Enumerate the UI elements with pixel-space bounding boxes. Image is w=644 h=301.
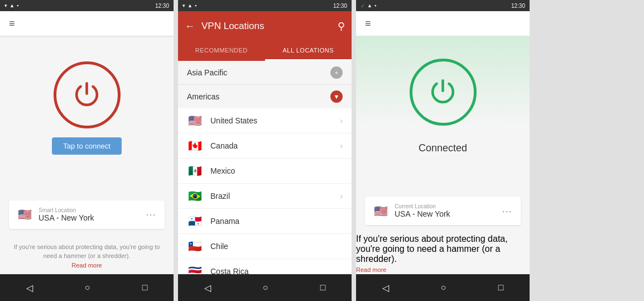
flag-canada: 🇨🇦 <box>187 139 203 152</box>
back-nav-icon-3[interactable]: ◁ <box>382 283 389 293</box>
battery-icon-2: ▪ <box>195 3 196 8</box>
tab-all-locations[interactable]: ALL LOCATIONS <box>265 41 352 61</box>
more-options-icon-1[interactable]: ⋯ <box>146 208 156 221</box>
footer-text-3: If you're serious about protecting data,… <box>356 234 530 274</box>
status-bar-right-2: 12:30 <box>333 3 347 9</box>
locations-list: Asia Pacific + Americas ▼ 🇺🇸 United Stat… <box>178 61 352 274</box>
nav-bar-2: ◁ ○ □ <box>178 274 352 301</box>
status-bar-right-3: 12:30 <box>511 3 525 9</box>
country-row-canada[interactable]: 🇨🇦 Canada › <box>178 133 352 159</box>
status-bar-left-1: ▾ ▲ ▪ <box>4 3 18 8</box>
home-nav-icon-3[interactable]: ○ <box>441 283 446 293</box>
panel-locations: ▾ ▲ ▪ 12:30 ← VPN Locations ⚲ RECOMMENDE… <box>178 0 352 301</box>
signal-icon-3: ▲ <box>367 3 372 8</box>
tabs-bar: RECOMMENDED ALL LOCATIONS <box>178 41 352 61</box>
region-asia-pacific[interactable]: Asia Pacific + <box>178 61 352 84</box>
flag-mexico: 🇲🇽 <box>187 164 203 178</box>
wifi-icon-2: ▲ <box>188 3 193 8</box>
flag-brazil: 🇧🇷 <box>187 189 203 203</box>
shield-icon-3: ✓ <box>361 3 365 9</box>
region-americas[interactable]: Americas ▼ <box>178 85 352 108</box>
location-value-1: USA - New York <box>39 213 146 222</box>
footer-text-1: If you're serious about protecting data,… <box>0 238 174 275</box>
country-name-costa-rica: Costa Rica <box>210 267 343 274</box>
status-time-3: 12:30 <box>511 3 525 9</box>
country-row-costa-rica[interactable]: 🇨🇷 Costa Rica <box>178 259 352 274</box>
country-row-chile[interactable]: 🇨🇱 Chile <box>178 234 352 259</box>
country-row-panama[interactable]: 🇵🇦 Panama <box>178 209 352 234</box>
back-nav-icon-2[interactable]: ◁ <box>204 283 211 293</box>
flag-chile: 🇨🇱 <box>187 240 203 253</box>
footer-body-1: If you're serious about protecting data,… <box>14 243 160 260</box>
menu-icon-1[interactable]: ≡ <box>9 18 15 30</box>
battery-icon-1: ▪ <box>17 3 18 8</box>
nav-bar-3: ◁ ○ □ <box>356 274 530 301</box>
top-bar-3: ≡ <box>356 11 530 36</box>
power-icon-connected <box>427 77 458 107</box>
status-bar-3: ✓ ▲ ▪ 12:30 <box>356 0 530 11</box>
read-more-link-3[interactable]: Read more <box>356 266 386 273</box>
connected-text: Connected <box>419 142 467 154</box>
status-bar-1: ▾ ▲ ▪ 12:30 <box>0 0 174 11</box>
status-bar-2: ▾ ▲ ▪ 12:30 <box>178 0 352 11</box>
vpn-locations-title: VPN Locations <box>201 21 338 32</box>
location-label-1: Smart Location <box>39 207 146 213</box>
more-options-icon-3[interactable]: ⋯ <box>502 205 512 217</box>
status-time-1: 12:30 <box>155 3 169 9</box>
read-more-link-1[interactable]: Read more <box>71 262 102 269</box>
back-nav-icon-1[interactable]: ◁ <box>26 283 33 293</box>
arrow-us: › <box>340 116 343 125</box>
menu-icon-3[interactable]: ≡ <box>365 18 371 30</box>
battery-icon-3: ▪ <box>374 3 376 8</box>
signal-icon-2: ▾ <box>182 3 185 8</box>
country-name-chile: Chile <box>210 242 343 251</box>
power-icon <box>71 79 102 110</box>
power-button-container <box>54 61 121 128</box>
country-row-mexico[interactable]: 🇲🇽 Mexico <box>178 159 352 184</box>
flag-panama: 🇵🇦 <box>187 214 203 228</box>
main-content-3: Connected <box>356 36 530 188</box>
search-icon-2[interactable]: ⚲ <box>338 20 345 32</box>
home-nav-icon-2[interactable]: ○ <box>263 283 268 293</box>
location-label-3: Current Location <box>395 203 502 209</box>
country-name-panama: Panama <box>210 217 343 226</box>
asia-pacific-expand-icon: + <box>330 66 343 79</box>
country-name-brazil: Brazil <box>210 192 340 200</box>
status-bar-left-3: ✓ ▲ ▪ <box>361 3 376 9</box>
country-name-mexico: Mexico <box>210 166 343 175</box>
status-bar-right-1: 12:30 <box>155 3 169 9</box>
power-button[interactable] <box>54 61 121 128</box>
panel-connected: ✓ ▲ ▪ 12:30 ≡ Connected 🇺🇸 Current Locat… <box>356 0 530 301</box>
tap-to-connect-button[interactable]: Tap to connect <box>52 137 122 155</box>
status-bar-left-2: ▾ ▲ ▪ <box>182 3 196 8</box>
location-card-3: 🇺🇸 Current Location USA - New York ⋯ <box>365 197 521 225</box>
country-row-us[interactable]: 🇺🇸 United States › <box>178 108 352 133</box>
back-icon-2[interactable]: ← <box>185 21 195 32</box>
top-bar-2: ← VPN Locations ⚲ <box>178 11 352 41</box>
status-time-2: 12:30 <box>333 3 347 9</box>
panel-disconnected: ▾ ▲ ▪ 12:30 ≡ Tap to connect 🇺🇸 Smart Lo… <box>0 0 174 301</box>
americas-collapse-icon: ▼ <box>330 90 343 103</box>
country-row-brazil[interactable]: 🇧🇷 Brazil › <box>178 184 352 209</box>
region-americas-label: Americas <box>187 92 219 101</box>
home-nav-icon-1[interactable]: ○ <box>85 283 90 293</box>
location-info-1: Smart Location USA - New York <box>39 207 146 222</box>
tab-recommended[interactable]: RECOMMENDED <box>178 41 265 61</box>
arrow-canada: › <box>340 141 343 150</box>
top-bar-1: ≡ <box>0 11 174 36</box>
nav-bar-1: ◁ ○ □ <box>0 274 174 301</box>
region-asia-pacific-label: Asia Pacific <box>187 68 227 77</box>
country-name-canada: Canada <box>210 141 340 150</box>
arrow-brazil: › <box>340 192 343 200</box>
recents-nav-icon-3[interactable]: □ <box>498 283 504 293</box>
main-content-1: Tap to connect <box>0 36 174 192</box>
recents-nav-icon-1[interactable]: □ <box>142 283 148 293</box>
power-button-container-3 <box>410 59 477 126</box>
power-button-connected[interactable] <box>410 59 477 126</box>
location-flag-1: 🇺🇸 <box>18 208 32 221</box>
location-card-1: 🇺🇸 Smart Location USA - New York ⋯ <box>9 200 165 229</box>
recents-nav-icon-2[interactable]: □ <box>320 283 326 293</box>
flag-costa-rica: 🇨🇷 <box>187 265 203 274</box>
location-info-3: Current Location USA - New York <box>395 203 502 218</box>
location-value-3: USA - New York <box>395 209 502 218</box>
